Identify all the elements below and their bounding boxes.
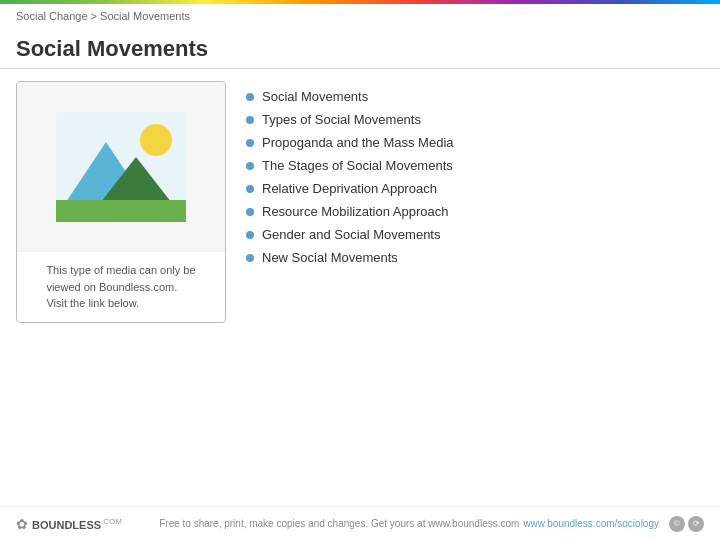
list-item-label: New Social Movements xyxy=(262,250,398,265)
footer-url[interactable]: www.boundless.com/sociology xyxy=(523,518,659,529)
bullet-dot-icon xyxy=(246,231,254,239)
bullet-dot-icon xyxy=(246,208,254,216)
list-item-label: Types of Social Movements xyxy=(262,112,421,127)
media-image xyxy=(17,82,225,252)
footer-free-text: Free to share, print, make copies and ch… xyxy=(159,518,519,529)
media-box: This type of media can only be viewed on… xyxy=(16,81,226,323)
svg-point-1 xyxy=(140,124,172,156)
breadcrumb: Social Change > Social Movements xyxy=(0,4,720,28)
page-title: Social Movements xyxy=(0,28,720,69)
list-item-label: Relative Deprivation Approach xyxy=(262,181,437,196)
footer-logo: ✿ BOUNDLESS.COM xyxy=(16,516,122,532)
bullet-dot-icon xyxy=(246,116,254,124)
bullet-list: Social MovementsTypes of Social Movement… xyxy=(246,81,704,323)
bullet-dot-icon xyxy=(246,93,254,101)
sa-icon: ⟳ xyxy=(688,516,704,532)
cc-icon: © xyxy=(669,516,685,532)
footer-icons: © ⟳ xyxy=(669,516,704,532)
footer-logo-text: BOUNDLESS.COM xyxy=(32,517,122,531)
list-item: Social Movements xyxy=(246,85,704,108)
list-item: Resource Mobilization Approach xyxy=(246,200,704,223)
svg-rect-4 xyxy=(56,200,186,222)
main-content: This type of media can only be viewed on… xyxy=(0,81,720,323)
list-item: Gender and Social Movements xyxy=(246,223,704,246)
list-item-label: Social Movements xyxy=(262,89,368,104)
bullet-dot-icon xyxy=(246,185,254,193)
footer: ✿ BOUNDLESS.COM Free to share, print, ma… xyxy=(0,506,720,540)
list-item-label: Propoganda and the Mass Media xyxy=(262,135,454,150)
boundless-icon: ✿ xyxy=(16,516,28,532)
list-item: Propoganda and the Mass Media xyxy=(246,131,704,154)
bullet-dot-icon xyxy=(246,254,254,262)
list-item-label: The Stages of Social Movements xyxy=(262,158,453,173)
list-item-label: Gender and Social Movements xyxy=(262,227,440,242)
footer-right: Free to share, print, make copies and ch… xyxy=(159,516,704,532)
list-item: Relative Deprivation Approach xyxy=(246,177,704,200)
bullet-dot-icon xyxy=(246,162,254,170)
media-message: This type of media can only be viewed on… xyxy=(32,252,209,322)
bullet-dot-icon xyxy=(246,139,254,147)
list-item: New Social Movements xyxy=(246,246,704,269)
list-item-label: Resource Mobilization Approach xyxy=(262,204,448,219)
list-item: Types of Social Movements xyxy=(246,108,704,131)
list-item: The Stages of Social Movements xyxy=(246,154,704,177)
